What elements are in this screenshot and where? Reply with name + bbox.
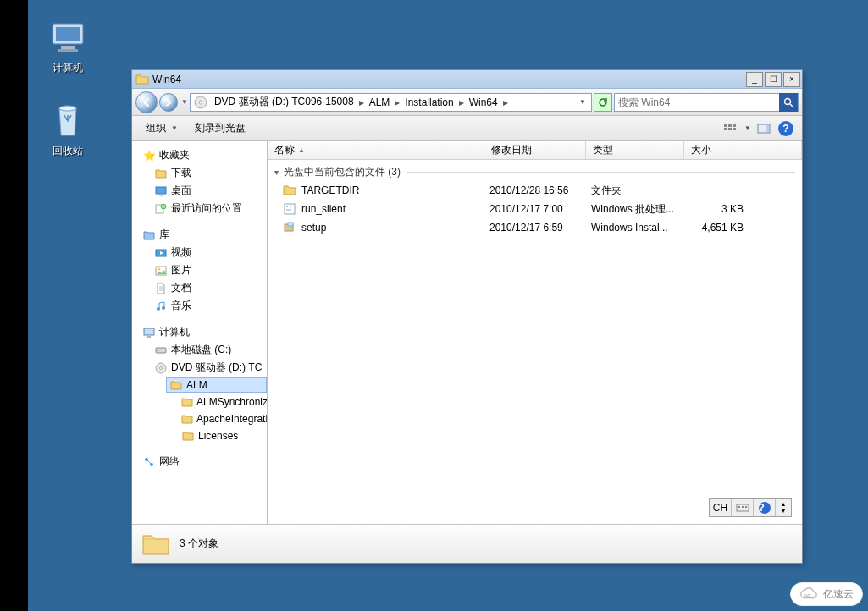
refresh-button[interactable] bbox=[594, 93, 612, 112]
svg-rect-9 bbox=[724, 124, 727, 127]
address-bar[interactable]: DVD 驱动器 (D:) TC096-15008 ▸ ALM ▸ Install… bbox=[190, 93, 592, 112]
svg-point-4 bbox=[59, 106, 76, 111]
preview-pane-button[interactable] bbox=[755, 119, 773, 138]
computer-icon bbox=[142, 326, 156, 339]
organize-button[interactable]: 组织 ▼ bbox=[139, 119, 185, 137]
file-row[interactable]: TARGETDIR 2010/12/28 16:56 文件夹 bbox=[268, 181, 802, 200]
tree-drive-d[interactable]: DVD 驱动器 (D:) TC bbox=[151, 360, 267, 376]
folder-icon bbox=[169, 378, 183, 392]
file-name: run_silent bbox=[301, 203, 346, 215]
svg-point-7 bbox=[785, 98, 791, 104]
tree-videos[interactable]: 视频 bbox=[151, 245, 267, 261]
folder-icon bbox=[181, 429, 195, 443]
disc-icon bbox=[154, 361, 168, 375]
search-input[interactable] bbox=[615, 94, 779, 111]
svg-point-32 bbox=[160, 366, 163, 369]
address-history-dropdown[interactable]: ▼ bbox=[579, 98, 586, 106]
help-button[interactable]: ? bbox=[777, 119, 795, 138]
file-row[interactable]: run_silent 2010/12/17 7:00 Windows 批处理..… bbox=[268, 200, 802, 218]
cloud-icon bbox=[799, 585, 818, 603]
svg-rect-1 bbox=[56, 27, 80, 41]
chevron-right-icon[interactable]: ▸ bbox=[393, 96, 401, 108]
tree-favorites[interactable]: ⭐收藏夹 bbox=[139, 147, 267, 163]
desktop-icon bbox=[154, 184, 168, 198]
column-modified[interactable]: 修改日期 bbox=[484, 141, 586, 159]
column-name[interactable]: 名称▲ bbox=[268, 141, 484, 159]
tree-folder-apache[interactable]: ApacheIntegratio bbox=[178, 411, 267, 427]
organize-label: 组织 bbox=[146, 121, 166, 135]
ime-help-button[interactable]: ? bbox=[754, 499, 776, 516]
column-size[interactable]: 大小 bbox=[684, 141, 802, 159]
tree-folder-licenses[interactable]: Licenses bbox=[178, 428, 267, 443]
tree-folder-alm[interactable]: ALM bbox=[166, 377, 267, 393]
breadcrumb-win64[interactable]: Win64 bbox=[466, 96, 501, 108]
ime-toolbar[interactable]: CH ? ▴▾ bbox=[709, 498, 792, 517]
search-button[interactable] bbox=[779, 93, 798, 112]
tree-downloads[interactable]: 下载 bbox=[151, 165, 267, 181]
ime-keyboard-button[interactable] bbox=[732, 499, 754, 516]
titlebar[interactable]: Win64 _ ☐ × bbox=[132, 70, 802, 89]
music-icon bbox=[154, 300, 168, 313]
file-date: 2010/12/17 7:00 bbox=[489, 203, 591, 215]
file-group-header[interactable]: ▾ 光盘中当前包含的文件 (3) bbox=[268, 163, 802, 181]
chevron-down-icon[interactable]: ▼ bbox=[744, 124, 751, 132]
tree-music[interactable]: 音乐 bbox=[151, 298, 267, 314]
tree-recent[interactable]: 最近访问的位置 bbox=[151, 201, 267, 217]
ime-ch-button[interactable]: CH bbox=[710, 499, 732, 516]
chevron-right-icon[interactable]: ▸ bbox=[501, 96, 510, 108]
file-date: 2010/12/28 16:56 bbox=[489, 184, 591, 196]
svg-point-46 bbox=[808, 594, 810, 597]
file-row[interactable]: setup 2010/12/17 6:59 Windows Instal... … bbox=[268, 218, 802, 237]
video-icon bbox=[154, 246, 168, 260]
file-group-label: 光盘中当前包含的文件 (3) bbox=[284, 165, 401, 179]
status-text: 3 个对象 bbox=[180, 537, 218, 551]
desktop-icon-computer[interactable]: 计算机 bbox=[34, 17, 102, 75]
burn-label: 刻录到光盘 bbox=[195, 121, 246, 135]
svg-point-38 bbox=[290, 206, 291, 207]
breadcrumb-root[interactable]: DVD 驱动器 (D:) TC096-15008 bbox=[211, 95, 357, 109]
tree-libraries[interactable]: 库 bbox=[139, 227, 267, 243]
tree-computer[interactable]: 计算机 bbox=[139, 324, 267, 340]
svg-point-45 bbox=[804, 594, 807, 597]
close-button[interactable]: × bbox=[783, 72, 800, 87]
svg-line-8 bbox=[790, 104, 793, 107]
burn-button[interactable]: 刻录到光盘 bbox=[188, 119, 252, 137]
ime-options-button[interactable]: ▴▾ bbox=[776, 499, 791, 516]
tree-drive-c[interactable]: 本地磁盘 (C:) bbox=[151, 342, 267, 358]
file-size: 4,651 KB bbox=[689, 222, 757, 234]
svg-rect-27 bbox=[144, 328, 154, 335]
document-icon bbox=[154, 282, 168, 295]
tree-desktop[interactable]: 桌面 bbox=[151, 183, 267, 199]
svg-rect-18 bbox=[159, 195, 163, 196]
svg-rect-42 bbox=[738, 506, 740, 508]
column-type[interactable]: 类型 bbox=[586, 141, 684, 159]
computer-icon bbox=[47, 17, 88, 58]
forward-button[interactable] bbox=[159, 93, 178, 112]
chevron-right-icon[interactable]: ▸ bbox=[357, 96, 366, 108]
search-box[interactable] bbox=[614, 93, 799, 112]
svg-rect-11 bbox=[733, 124, 736, 127]
chevron-right-icon[interactable]: ▸ bbox=[457, 96, 466, 108]
tree-folder-almsync[interactable]: ALMSynchronizer bbox=[178, 394, 267, 410]
minimize-button[interactable]: _ bbox=[746, 72, 763, 87]
svg-rect-3 bbox=[58, 49, 78, 52]
file-size: 3 KB bbox=[689, 203, 757, 215]
tree-documents[interactable]: 文档 bbox=[151, 280, 267, 296]
desktop-icon-recycle[interactable]: 回收站 bbox=[34, 100, 102, 158]
breadcrumb-installation[interactable]: Installation bbox=[401, 96, 456, 108]
svg-rect-44 bbox=[745, 506, 747, 508]
tree-pictures[interactable]: 图片 bbox=[151, 262, 267, 278]
tree-network[interactable]: 网络 bbox=[139, 454, 267, 470]
file-name: setup bbox=[301, 222, 326, 234]
back-button[interactable] bbox=[135, 91, 158, 113]
file-type: Windows 批处理... bbox=[591, 202, 689, 217]
nav-bar: ▼ DVD 驱动器 (D:) TC096-15008 ▸ ALM ▸ Insta… bbox=[132, 89, 802, 116]
maximize-button[interactable]: ☐ bbox=[765, 72, 782, 87]
file-pane: 名称▲ 修改日期 类型 大小 ▾ 光盘中当前包含的文件 (3) TARGETDI… bbox=[268, 141, 802, 524]
view-options-button[interactable] bbox=[721, 119, 739, 138]
folder-icon bbox=[141, 529, 171, 559]
breadcrumb-alm[interactable]: ALM bbox=[366, 96, 394, 108]
svg-rect-40 bbox=[288, 223, 293, 226]
folder-icon bbox=[181, 395, 193, 409]
history-dropdown[interactable]: ▼ bbox=[181, 98, 188, 106]
